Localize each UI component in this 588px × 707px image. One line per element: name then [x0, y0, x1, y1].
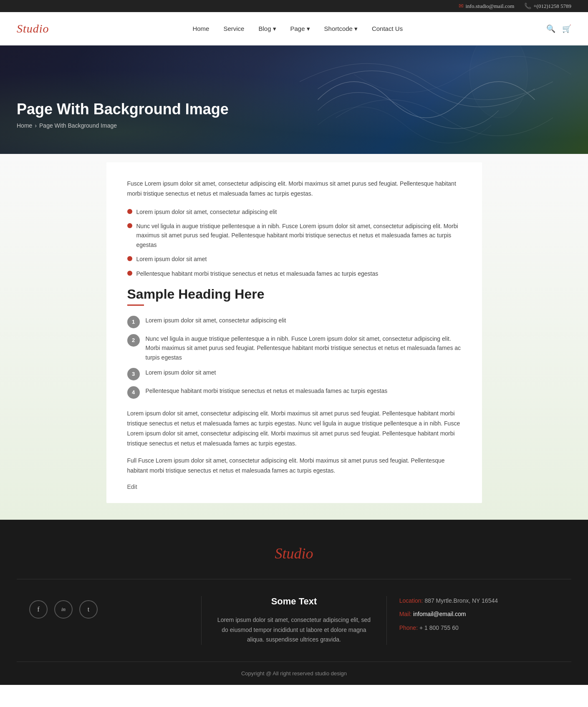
heading-underline — [127, 304, 144, 306]
twitter-icon[interactable]: t — [79, 600, 98, 619]
page-title: Page With Background Image — [17, 101, 571, 118]
nav-page[interactable]: Page ▾ — [285, 22, 316, 36]
footer-phone: Phone: + 1 800 755 60 — [399, 623, 559, 632]
logo-part2: dio — [33, 22, 49, 35]
logo-part1: Stu — [17, 22, 33, 35]
number-badge-3: 3 — [127, 368, 140, 380]
nav-contact[interactable]: Contact Us — [366, 22, 409, 35]
numbered-item-4: 4 Pellentesque habitant morbi tristique … — [127, 386, 461, 399]
body-paragraph-2: Full Fusce Lorem ipsum dolor sit amet, c… — [127, 456, 461, 476]
bullet-item-2: Nunc vel ligula in augue tristique pelle… — [127, 221, 461, 249]
number-badge-1: 1 — [127, 316, 140, 328]
intro-paragraph: Fusce Lorem ipsum dolor sit amet, consec… — [127, 179, 461, 199]
bullet-dot — [127, 209, 132, 214]
edit-link[interactable]: Edit — [127, 483, 137, 490]
navbar: Studio Home Service Blog ▾ Page ▾ Shortc… — [0, 12, 588, 45]
footer-text-col: Some Text Lorem ipsum dolor sit amet, co… — [201, 596, 386, 645]
phone-link[interactable]: 📞 +(012)1258 5789 — [524, 3, 571, 10]
footer: Studio f in t Some Text Lorem ipsum dolo… — [0, 520, 588, 685]
instagram-icon[interactable]: in — [54, 600, 73, 619]
footer-contact-col: Location: 887 Myrtle.Bronx, NY 16544 Mai… — [386, 596, 571, 645]
nav-home[interactable]: Home — [187, 22, 215, 35]
footer-columns: f in t Some Text Lorem ipsum dolor sit a… — [17, 579, 571, 662]
logo[interactable]: Studio — [17, 22, 49, 35]
search-icon[interactable]: 🔍 — [546, 24, 555, 33]
nav-icons: 🔍 🛒 — [546, 24, 571, 33]
nav-shortcode[interactable]: Shortcode ▾ — [318, 22, 363, 36]
footer-center-heading: Some Text — [214, 596, 373, 607]
footer-center-text: Lorem ipsum dolor sit amet, consectetur … — [214, 615, 373, 645]
breadcrumb-current: Page With Background Image — [39, 122, 117, 129]
numbered-item-3: 3 Lorem ipsum dolor sit amet — [127, 368, 461, 380]
nav-links: Home Service Blog ▾ Page ▾ Shortcode ▾ C… — [187, 22, 409, 36]
main-content: Fusce Lorem ipsum dolor sit amet, consec… — [0, 154, 588, 520]
cart-icon[interactable]: 🛒 — [562, 24, 571, 33]
email-text: info.studio@mail.com — [466, 3, 515, 10]
bullet-list: Lorem ipsum dolor sit amet, consectetur … — [127, 207, 461, 278]
top-bar: ✉ info.studio@mail.com 📞 +(012)1258 5789 — [0, 0, 588, 12]
email-icon: ✉ — [459, 3, 464, 10]
breadcrumb-home[interactable]: Home — [17, 122, 32, 129]
footer-logo-part2: dio — [294, 545, 313, 562]
footer-social-col: f in t — [17, 596, 201, 645]
numbered-list: 1 Lorem ipsum dolor sit amet, consectetu… — [127, 316, 461, 399]
hero-decoration — [265, 45, 588, 154]
footer-logo: Studio — [17, 545, 571, 562]
footer-location: Location: 887 Myrtle.Bronx, NY 16544 — [399, 596, 559, 605]
bullet-item-1: Lorem ipsum dolor sit amet, consectetur … — [127, 207, 461, 216]
footer-bottom: Copyright @ All right reserved studio de… — [17, 662, 571, 685]
body-paragraph-1: Lorem ipsum dolor sit amet, consectetur … — [127, 409, 461, 448]
footer-mail-link[interactable]: infomail@email.com — [413, 611, 466, 617]
number-badge-2: 2 — [127, 334, 140, 347]
content-box: Fusce Lorem ipsum dolor sit amet, consec… — [106, 162, 482, 503]
breadcrumb-separator: › — [35, 122, 37, 129]
bullet-dot — [127, 256, 132, 261]
numbered-item-1: 1 Lorem ipsum dolor sit amet, consectetu… — [127, 316, 461, 328]
section-heading: Sample Heading Here — [127, 287, 461, 302]
number-badge-4: 4 — [127, 386, 140, 399]
nav-service[interactable]: Service — [217, 22, 250, 35]
numbered-item-2: 2 Nunc vel ligula in augue tristique pel… — [127, 334, 461, 362]
email-link[interactable]: ✉ info.studio@mail.com — [459, 3, 515, 10]
phone-text: +(012)1258 5789 — [533, 3, 571, 10]
phone-icon: 📞 — [524, 3, 531, 10]
chevron-down-icon: ▾ — [354, 25, 358, 33]
hero-section: Page With Background Image Home › Page W… — [0, 45, 588, 154]
nav-blog[interactable]: Blog ▾ — [252, 22, 282, 36]
bullet-dot — [127, 223, 132, 228]
footer-mail: Mail: infomail@email.com — [399, 609, 559, 619]
social-icons: f in t — [29, 600, 189, 619]
bullet-dot — [127, 271, 132, 276]
facebook-icon[interactable]: f — [29, 600, 48, 619]
bullet-item-3: Lorem ipsum dolor sit amet — [127, 254, 461, 264]
bullet-item-4: Pellentesque habitant morbi tristique se… — [127, 269, 461, 278]
chevron-down-icon: ▾ — [273, 25, 276, 33]
breadcrumb: Home › Page With Background Image — [17, 122, 571, 129]
footer-logo-part1: Stu — [275, 545, 294, 562]
copyright-text: Copyright @ All right reserved studio de… — [241, 670, 347, 677]
chevron-down-icon: ▾ — [307, 25, 310, 33]
